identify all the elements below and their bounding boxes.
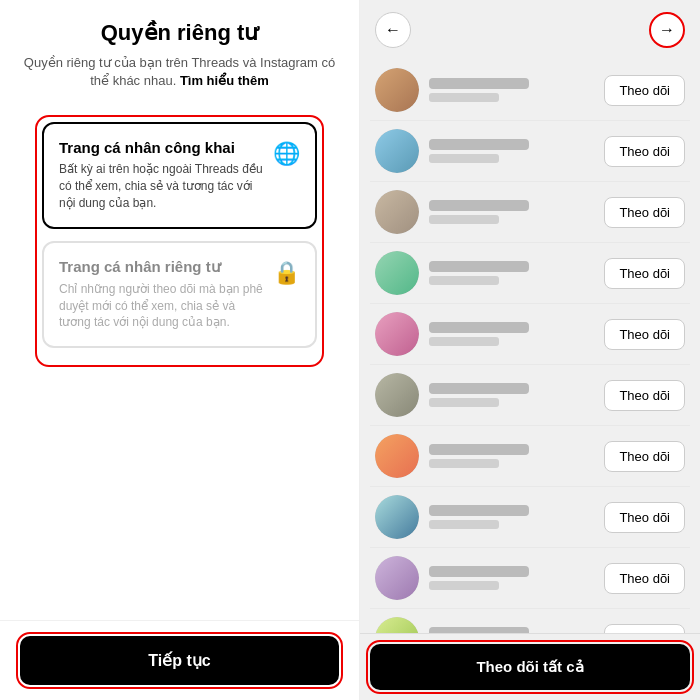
- follow-button[interactable]: Theo dõi: [604, 75, 685, 106]
- right-header: ← →: [360, 0, 700, 60]
- usersub-blur: [429, 337, 499, 346]
- list-item: Theo dõi: [370, 548, 690, 609]
- user-info: [429, 200, 604, 224]
- user-info: [429, 383, 604, 407]
- usersub-blur: [429, 520, 499, 529]
- avatar: [375, 190, 419, 234]
- follow-button[interactable]: Theo dõi: [604, 563, 685, 594]
- avatar: [375, 617, 419, 633]
- list-item: Theo dõi: [370, 426, 690, 487]
- user-info: [429, 566, 604, 590]
- usersub-blur: [429, 215, 499, 224]
- user-info: [429, 322, 604, 346]
- user-info: [429, 261, 604, 285]
- username-blur: [429, 139, 529, 150]
- left-panel: Quyền riêng tư Quyền riêng tư của bạn tr…: [0, 0, 360, 700]
- list-item: Theo dõi: [370, 609, 690, 633]
- user-info: [429, 444, 604, 468]
- private-option-title: Trang cá nhân riêng tư: [59, 258, 263, 276]
- user-info: [429, 139, 604, 163]
- usersub-blur: [429, 154, 499, 163]
- subtitle-text: Quyền riêng tư của bạn trên Threads và I…: [20, 54, 339, 90]
- follow-button[interactable]: Theo dõi: [604, 380, 685, 411]
- avatar: [375, 373, 419, 417]
- avatar: [375, 312, 419, 356]
- follow-button[interactable]: Theo dõi: [604, 258, 685, 289]
- globe-icon: 🌐: [273, 141, 300, 167]
- user-list: Theo dõi Theo dõi Theo dõi: [360, 60, 700, 633]
- username-blur: [429, 566, 529, 577]
- usersub-blur: [429, 398, 499, 407]
- follow-button[interactable]: Theo dõi: [604, 502, 685, 533]
- avatar: [375, 129, 419, 173]
- list-item: Theo dõi: [370, 365, 690, 426]
- list-item: Theo dõi: [370, 60, 690, 121]
- avatar: [375, 434, 419, 478]
- list-item: Theo dõi: [370, 304, 690, 365]
- learn-more-link[interactable]: Tìm hiểu thêm: [180, 73, 269, 88]
- username-blur: [429, 383, 529, 394]
- public-option-card[interactable]: Trang cá nhân công khai Bất kỳ ai trên h…: [42, 122, 317, 228]
- private-option-card[interactable]: Trang cá nhân riêng tư Chỉ những người t…: [42, 241, 317, 348]
- back-button[interactable]: ←: [375, 12, 411, 48]
- lock-icon: 🔒: [273, 260, 300, 286]
- next-button[interactable]: →: [649, 12, 685, 48]
- options-highlight: Trang cá nhân công khai Bất kỳ ai trên h…: [35, 115, 324, 367]
- username-blur: [429, 505, 529, 516]
- username-blur: [429, 200, 529, 211]
- list-item: Theo dõi: [370, 182, 690, 243]
- private-option-text: Trang cá nhân riêng tư Chỉ những người t…: [59, 258, 263, 331]
- follow-button[interactable]: Theo dõi: [604, 441, 685, 472]
- follow-button[interactable]: Theo dõi: [604, 197, 685, 228]
- continue-btn-wrapper: Tiếp tục: [0, 620, 359, 700]
- usersub-blur: [429, 459, 499, 468]
- usersub-blur: [429, 581, 499, 590]
- list-item: Theo dõi: [370, 487, 690, 548]
- list-item: Theo dõi: [370, 243, 690, 304]
- follow-button[interactable]: Theo dõi: [604, 319, 685, 350]
- avatar: [375, 495, 419, 539]
- public-option-title: Trang cá nhân công khai: [59, 139, 263, 156]
- left-header: Quyền riêng tư Quyền riêng tư của bạn tr…: [0, 0, 359, 100]
- avatar: [375, 68, 419, 112]
- user-info: [429, 78, 604, 102]
- follow-button[interactable]: Theo dõi: [604, 136, 685, 167]
- username-blur: [429, 78, 529, 89]
- right-panel: ← → Theo dõi Theo dõi: [360, 0, 700, 700]
- avatar: [375, 251, 419, 295]
- usersub-blur: [429, 93, 499, 102]
- public-option-desc: Bất kỳ ai trên hoặc ngoài Threads đều có…: [59, 161, 263, 211]
- private-option-desc: Chỉ những người theo dõi mà bạn phê duyệ…: [59, 281, 263, 331]
- username-blur: [429, 444, 529, 455]
- avatar: [375, 556, 419, 600]
- page-title: Quyền riêng tư: [20, 20, 339, 46]
- username-blur: [429, 322, 529, 333]
- right-footer: Theo dõi tất cả: [360, 633, 700, 700]
- user-info: [429, 505, 604, 529]
- list-item: Theo dõi: [370, 121, 690, 182]
- username-blur: [429, 261, 529, 272]
- public-option-text: Trang cá nhân công khai Bất kỳ ai trên h…: [59, 139, 263, 211]
- follow-all-button[interactable]: Theo dõi tất cả: [370, 644, 690, 690]
- continue-button[interactable]: Tiếp tục: [20, 636, 339, 685]
- options-container: Trang cá nhân công khai Bất kỳ ai trên h…: [0, 100, 359, 620]
- usersub-blur: [429, 276, 499, 285]
- follow-button[interactable]: Theo dõi: [604, 624, 685, 634]
